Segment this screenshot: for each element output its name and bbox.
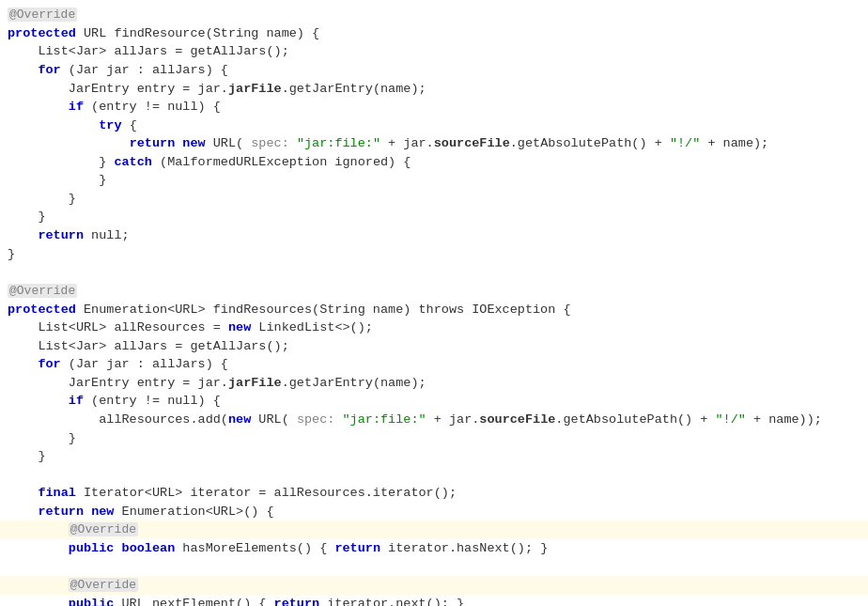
code-line-27: final Iterator<URL> iterator = allResour… [0,484,868,503]
code-line-22: if (entry != null) { [0,392,868,411]
code-line-3: List<Jar> allJars = getAllJars(); [0,42,868,61]
code-line-14: } [0,245,868,264]
annotation-2: @Override [8,284,77,298]
code-line-2: protected URL findResource(String name) … [0,24,868,43]
code-line-9: } catch (MalformedURLException ignored) … [0,153,868,172]
code-line-29: @Override [0,521,868,539]
code-line-1: @Override [0,6,868,24]
code-line-6: if (entry != null) { [0,98,868,117]
code-line-24: } [0,429,868,448]
code-line-13: return null; [0,226,868,245]
code-line-31 [0,558,868,577]
annotation-3: @Override [69,522,138,536]
code-line-33: public URL nextElement() { return iterat… [0,595,868,606]
code-line-30: public boolean hasMoreElements() { retur… [0,539,868,558]
code-line-15 [0,263,868,282]
code-line-10: } [0,171,868,190]
code-line-4: for (Jar jar : allJars) { [0,61,868,80]
code-container: @Override protected URL findResource(Str… [0,0,868,606]
code-line-19: List<Jar> allJars = getAllJars(); [0,337,868,356]
code-line-28: return new Enumeration<URL>() { [0,503,868,521]
code-line-16: @Override [0,282,868,301]
code-line-12: } [0,208,868,226]
code-line-20: for (Jar jar : allJars) { [0,355,868,374]
code-line-11: } [0,190,868,209]
code-line-25: } [0,447,868,466]
code-line-32: @Override [0,576,868,595]
code-line-21: JarEntry entry = jar.jarFile.getJarEntry… [0,374,868,393]
code-line-18: List<URL> allResources = new LinkedList<… [0,319,868,337]
code-line-5: JarEntry entry = jar.jarFile.getJarEntry… [0,80,868,99]
code-line-17: protected Enumeration<URL> findResources… [0,301,868,319]
code-line-8: return new URL( spec: "jar:file:" + jar.… [0,134,868,153]
code-line-7: try { [0,117,868,135]
code-line-26 [0,466,868,485]
annotation-1: @Override [8,8,77,22]
code-line-23: allResources.add(new URL( spec: "jar:fil… [0,411,868,429]
annotation-4: @Override [69,578,138,592]
